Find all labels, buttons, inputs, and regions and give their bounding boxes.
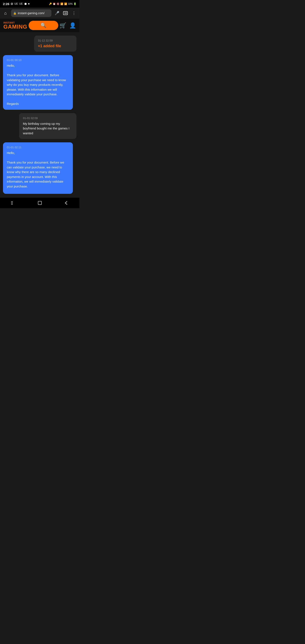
added-file-text: +1 added file — [38, 44, 73, 48]
site-header: INSTANT GAMING 🔍 🛒 👤 — [0, 19, 80, 32]
more-button[interactable]: ⋮ — [70, 10, 77, 16]
logo: INSTANT GAMING — [4, 22, 27, 30]
nav-menu-button[interactable] — [9, 198, 18, 208]
search-icon: 🔍 — [40, 23, 46, 28]
bottom-nav — [0, 197, 80, 208]
tabs-button[interactable]: 19 — [62, 10, 69, 16]
signal-icon: 📶 — [64, 2, 67, 5]
timestamp-4: 01-01 02:11 — [7, 146, 69, 149]
status-icons: 🔑 ⏰ 🔇 📶 📶 10% 🔋 — [49, 2, 76, 5]
timestamp-3: 01-01 02:09 — [23, 116, 73, 120]
message-1: 31-12 22:59 +1 added file — [3, 36, 76, 52]
header-right: 🛒 👤 — [60, 22, 76, 29]
home-button[interactable]: ⌂ — [2, 10, 9, 16]
bubble-blue-2: 01-01 00:10 Hello,Thank you for your doc… — [3, 55, 73, 110]
logo-gaming: GAMING — [4, 24, 27, 30]
tabs-count: 19 — [63, 11, 68, 15]
wifi-icon: 📶 — [60, 2, 63, 5]
camera-icon: ⊙ — [10, 2, 13, 6]
lock-icon: 🔒 — [13, 12, 16, 15]
browser-actions: 🎤 19 ⋮ — [54, 10, 77, 16]
dot-indicator — [28, 3, 30, 4]
battery-icon: 🔋 — [74, 2, 76, 5]
message-4: 01-01 02:11 Hello,Thank you for your doc… — [3, 142, 76, 194]
time-display: 2:26 — [3, 2, 9, 6]
user-button[interactable]: 👤 — [69, 22, 76, 29]
message-text-3: My birthday coming up my boyfriend bough… — [23, 122, 73, 136]
chat-area: 31-12 22:59 +1 added file 01-01 00:10 He… — [0, 32, 80, 197]
nav-back-button[interactable] — [62, 198, 71, 208]
message-text-4: Hello,Thank you for your document. Befor… — [7, 150, 69, 189]
svg-rect-3 — [38, 201, 42, 205]
message-2: 01-01 00:10 Hello,Thank you for your doc… — [3, 55, 76, 110]
cart-button[interactable]: 🛒 — [60, 22, 66, 29]
browser-bar: ⌂ 🔒 instant-gaming.com/ 🎤 19 ⋮ — [0, 8, 80, 19]
record-icon: ⏺ — [24, 2, 27, 6]
microphone-button[interactable]: 🎤 — [54, 10, 60, 16]
status-time: 2:26 ⊙ UE UE ⏺ — [3, 2, 30, 6]
ue-label2: UE — [19, 2, 23, 5]
status-bar: 2:26 ⊙ UE UE ⏺ 🔑 ⏰ 🔇 📶 📶 10% 🔋 — [0, 0, 80, 8]
bubble-dark-1: 31-12 22:59 +1 added file — [34, 36, 76, 52]
message-3: 01-01 02:09 My birthday coming up my boy… — [3, 113, 76, 139]
url-bar[interactable]: 🔒 instant-gaming.com/ — [11, 9, 52, 17]
search-button[interactable]: 🔍 — [28, 21, 58, 30]
alarm-icon: ⏰ — [53, 2, 56, 5]
battery-text: 10% — [68, 2, 73, 5]
message-text-2: Hello,Thank you for your document. Befor… — [7, 63, 69, 106]
nav-home-button[interactable] — [35, 198, 44, 208]
mute-icon: 🔇 — [56, 2, 60, 5]
bubble-blue-4: 01-01 02:11 Hello,Thank you for your doc… — [3, 142, 73, 194]
key-icon: 🔑 — [49, 2, 52, 5]
url-text: instant-gaming.com/ — [18, 12, 49, 15]
timestamp-2: 01-01 00:10 — [7, 58, 69, 62]
ue-label1: UE — [14, 2, 18, 5]
timestamp-1: 31-12 22:59 — [38, 39, 73, 42]
bubble-dark-3: 01-01 02:09 My birthday coming up my boy… — [19, 113, 76, 139]
